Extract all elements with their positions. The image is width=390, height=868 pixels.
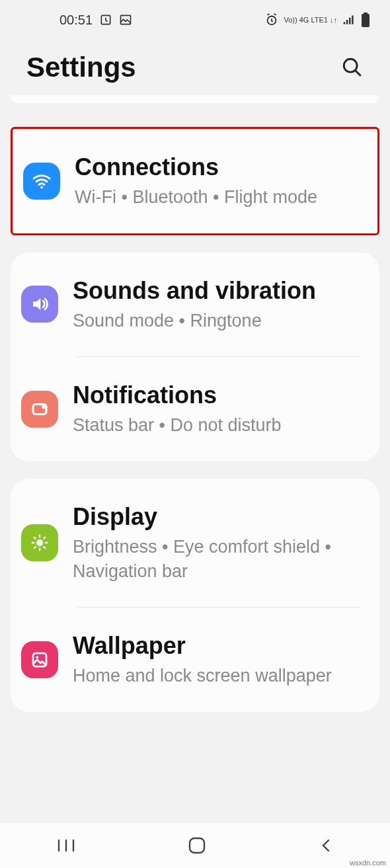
row-text: Notifications Status bar • Do not distur… [73, 381, 361, 438]
svg-point-12 [42, 405, 46, 409]
page-title: Settings [26, 52, 136, 83]
row-title: Sounds and vibration [73, 276, 361, 305]
wifi-icon [23, 163, 60, 200]
row-title: Display [73, 502, 361, 531]
network-text: Vo)) 4G LTE1 ↓↑ [284, 16, 338, 24]
row-subtitle: Wi-Fi • Bluetooth • Flight mode [75, 185, 359, 209]
picture-icon [119, 13, 132, 26]
status-right: Vo)) 4G LTE1 ↓↑ [264, 13, 371, 27]
signal-icon [342, 13, 356, 26]
navigation-bar [0, 823, 390, 868]
row-subtitle: Home and lock screen wallpaper [73, 664, 361, 688]
back-button[interactable] [318, 838, 334, 853]
row-subtitle: Brightness • Eye comfort shield • Naviga… [73, 535, 361, 583]
row-title: Connections [75, 153, 359, 181]
svg-rect-8 [362, 14, 370, 27]
home-button[interactable] [188, 836, 206, 855]
svg-rect-5 [349, 18, 351, 24]
row-text: Connections Wi-Fi • Bluetooth • Flight m… [75, 153, 359, 210]
row-text: Sounds and vibration Sound mode • Ringto… [73, 276, 361, 333]
status-bar: 00:51 Vo)) 4G LTE1 ↓↑ [0, 0, 390, 33]
settings-list: Connections Wi-Fi • Bluetooth • Flight m… [0, 95, 390, 712]
search-button[interactable] [341, 56, 364, 79]
row-text: Display Brightness • Eye comfort shield … [73, 502, 361, 583]
battery-icon [361, 13, 370, 27]
svg-rect-3 [344, 22, 346, 24]
card-sounds-notifications: Sounds and vibration Sound mode • Ringto… [11, 253, 379, 461]
card-connections: Connections Wi-Fi • Bluetooth • Flight m… [11, 127, 379, 235]
row-display[interactable]: Display Brightness • Eye comfort shield … [11, 479, 379, 607]
row-subtitle: Sound mode • Ringtone [73, 309, 361, 333]
row-connections[interactable]: Connections Wi-Fi • Bluetooth • Flight m… [13, 129, 377, 233]
svg-rect-6 [352, 15, 354, 24]
svg-rect-7 [364, 13, 368, 14]
display-icon [21, 524, 58, 561]
svg-point-10 [40, 186, 43, 188]
header: Settings [0, 33, 390, 95]
clock-text: 00:51 [59, 13, 93, 28]
alarm-icon [264, 13, 279, 27]
svg-rect-16 [190, 838, 204, 853]
svg-rect-4 [346, 20, 348, 24]
notification-icon [21, 391, 58, 428]
watermark: wsxdn.com [350, 859, 386, 867]
previous-card-edge [11, 95, 379, 103]
svg-point-9 [344, 59, 357, 72]
sound-icon [21, 286, 58, 323]
row-notifications[interactable]: Notifications Status bar • Do not distur… [11, 357, 379, 461]
row-sounds[interactable]: Sounds and vibration Sound mode • Ringto… [11, 253, 379, 357]
row-title: Notifications [73, 381, 361, 409]
row-subtitle: Status bar • Do not disturb [73, 413, 361, 437]
row-title: Wallpaper [73, 631, 361, 660]
recents-button[interactable] [56, 838, 76, 853]
svg-point-13 [36, 539, 43, 546]
card-display-wallpaper: Display Brightness • Eye comfort shield … [11, 479, 379, 712]
status-left: 00:51 [59, 13, 132, 28]
clock-icon [99, 13, 112, 26]
svg-point-15 [36, 656, 38, 658]
row-text: Wallpaper Home and lock screen wallpaper [73, 631, 361, 688]
row-wallpaper[interactable]: Wallpaper Home and lock screen wallpaper [11, 608, 379, 712]
wallpaper-icon [21, 641, 58, 678]
